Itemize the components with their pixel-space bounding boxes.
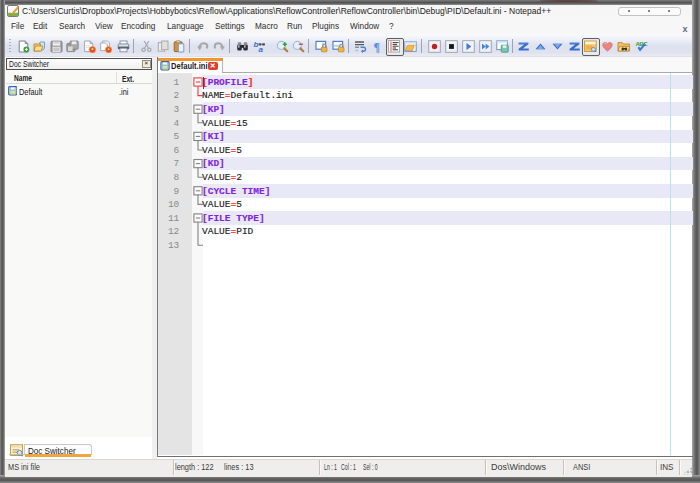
svg-text:ABC: ABC — [635, 40, 648, 46]
svg-text:a: a — [258, 44, 263, 52]
svg-text:¶: ¶ — [373, 40, 379, 53]
